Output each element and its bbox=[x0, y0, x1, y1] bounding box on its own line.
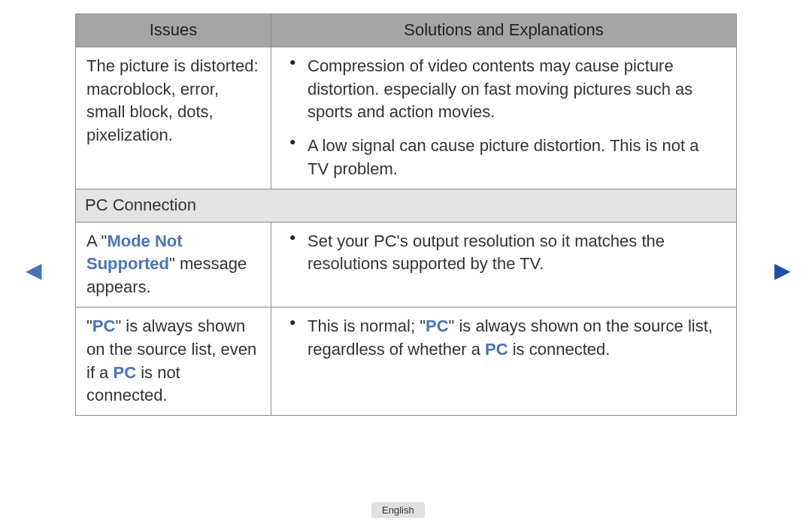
text: This is normal; " bbox=[308, 316, 426, 335]
solution-list: Set your PC's output resolution so it ma… bbox=[286, 230, 724, 277]
prev-page-arrow[interactable]: ◀ bbox=[26, 258, 42, 283]
section-header: PC Connection bbox=[76, 189, 737, 222]
solution-cell: Compression of video contents may cause … bbox=[271, 47, 737, 189]
next-page-arrow[interactable]: ▶ bbox=[774, 258, 791, 283]
table-row: A "Mode Not Supported" message appears. … bbox=[76, 222, 737, 307]
language-badge: English bbox=[371, 502, 425, 518]
table-row: The picture is distorted: macroblock, er… bbox=[76, 47, 737, 189]
solution-item: This is normal; "PC" is always shown on … bbox=[286, 315, 724, 362]
text: " bbox=[86, 316, 92, 335]
troubleshooting-page: Issues Solutions and Explanations The pi… bbox=[75, 14, 737, 416]
issue-cell: The picture is distorted: macroblock, er… bbox=[76, 47, 271, 189]
table-row: "PC" is always shown on the source list,… bbox=[76, 307, 737, 415]
issue-cell: "PC" is always shown on the source list,… bbox=[76, 307, 271, 415]
solution-item: Compression of video contents may cause … bbox=[286, 55, 724, 124]
highlight-text: PC bbox=[426, 316, 449, 335]
text: A " bbox=[86, 232, 107, 250]
solution-item: A low signal can cause picture distortio… bbox=[286, 135, 724, 181]
highlight-text: PC bbox=[113, 363, 136, 382]
highlight-text: PC bbox=[485, 340, 508, 359]
solution-item: Set your PC's output resolution so it ma… bbox=[286, 230, 724, 277]
issue-cell: A "Mode Not Supported" message appears. bbox=[76, 222, 271, 307]
solution-list: This is normal; "PC" is always shown on … bbox=[286, 315, 724, 362]
header-issues: Issues bbox=[76, 14, 271, 47]
highlight-text: PC bbox=[92, 316, 116, 335]
troubleshooting-table: Issues Solutions and Explanations The pi… bbox=[75, 14, 737, 416]
table-header-row: Issues Solutions and Explanations bbox=[76, 14, 737, 47]
header-solutions: Solutions and Explanations bbox=[271, 14, 737, 47]
solution-cell: Set your PC's output resolution so it ma… bbox=[271, 222, 737, 307]
text: is connected. bbox=[508, 340, 611, 359]
solution-cell: This is normal; "PC" is always shown on … bbox=[271, 307, 737, 415]
section-row: PC Connection bbox=[76, 189, 737, 222]
solution-list: Compression of video contents may cause … bbox=[286, 55, 724, 181]
